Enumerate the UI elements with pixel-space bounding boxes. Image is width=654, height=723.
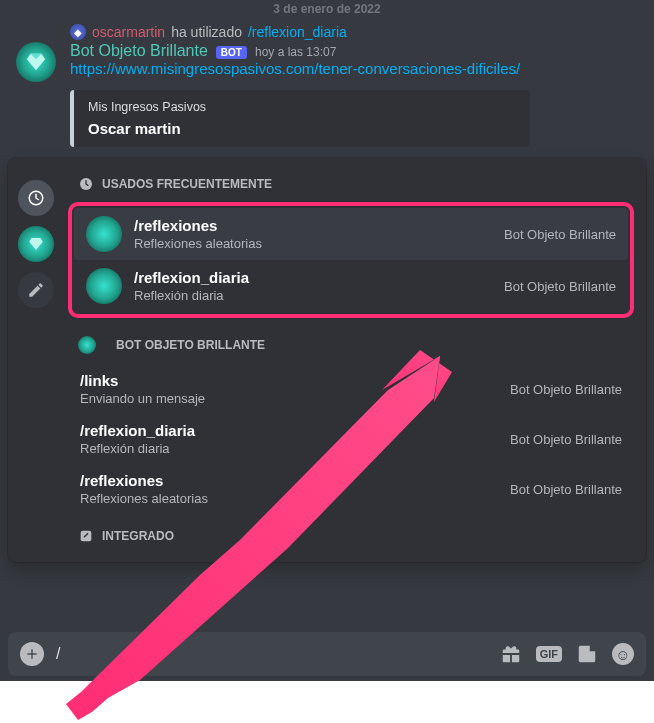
attach-button[interactable] bbox=[20, 642, 44, 666]
command-source: Bot Objeto Brillante bbox=[504, 227, 616, 242]
message-input-bar: / GIF ☺ bbox=[8, 632, 646, 676]
message: ◆ oscarmartin ha utilizado /reflexion_di… bbox=[0, 18, 654, 82]
pencil-icon bbox=[78, 528, 94, 544]
command-source: Bot Objeto Brillante bbox=[510, 382, 622, 397]
reply-username: oscarmartin bbox=[92, 24, 165, 40]
gem-icon bbox=[78, 336, 96, 354]
gem-icon bbox=[25, 51, 47, 73]
gem-icon bbox=[27, 235, 45, 253]
gift-icon bbox=[500, 643, 522, 665]
message-input[interactable]: / bbox=[56, 645, 488, 663]
section-header-frequent: USADOS FRECUENTEMENTE bbox=[68, 168, 634, 202]
section-header-bot: BOT OBJETO BRILLANTE bbox=[68, 322, 634, 364]
command-item-reflexiones[interactable]: /reflexiones Reflexiones aleatorias Bot … bbox=[74, 208, 628, 260]
command-source: Bot Objeto Brillante bbox=[510, 482, 622, 497]
command-item-links[interactable]: /links Enviando un mensaje Bot Objeto Br… bbox=[68, 364, 634, 414]
command-description: Reflexión diaria bbox=[80, 441, 500, 456]
clock-icon bbox=[78, 176, 94, 192]
reply-action-text: ha utilizado bbox=[171, 24, 242, 40]
section-header-label: INTEGRADO bbox=[102, 529, 174, 543]
bot-badge: BOT bbox=[216, 46, 247, 59]
gem-icon bbox=[86, 268, 122, 304]
sticker-icon bbox=[576, 643, 598, 665]
author-name[interactable]: Bot Objeto Brillante bbox=[70, 42, 208, 60]
smile-icon: ☺ bbox=[615, 646, 630, 663]
bot-avatar[interactable] bbox=[16, 42, 56, 82]
command-description: Reflexiones aleatorias bbox=[80, 491, 500, 506]
page-background bbox=[0, 681, 654, 723]
command-name: /reflexiones bbox=[134, 217, 494, 234]
command-description: Reflexión diaria bbox=[134, 288, 494, 303]
integrated-filter-button[interactable] bbox=[18, 272, 54, 308]
reply-reference[interactable]: ◆ oscarmartin ha utilizado /reflexion_di… bbox=[70, 24, 642, 40]
command-name: /reflexion_diaria bbox=[80, 422, 500, 439]
command-item-reflexiones-2[interactable]: /reflexiones Reflexiones aleatorias Bot … bbox=[68, 464, 634, 514]
section-header-label: USADOS FRECUENTEMENTE bbox=[102, 177, 272, 191]
gift-button[interactable] bbox=[500, 643, 522, 665]
command-source: Bot Objeto Brillante bbox=[510, 432, 622, 447]
sticker-button[interactable] bbox=[576, 643, 598, 665]
section-header-integrated: INTEGRADO bbox=[68, 514, 634, 554]
command-picker-panel: USADOS FRECUENTEMENTE /reflexiones Refle… bbox=[8, 158, 646, 562]
user-avatar-icon: ◆ bbox=[70, 24, 86, 40]
section-header-label: BOT OBJETO BRILLANTE bbox=[116, 338, 265, 352]
link-embed[interactable]: Mis Ingresos Pasivos Oscar martin bbox=[70, 90, 530, 147]
date-separator: 3 de enero de 2022 bbox=[0, 0, 654, 18]
command-name: /links bbox=[80, 372, 500, 389]
command-item-reflexion-diaria-2[interactable]: /reflexion_diaria Reflexión diaria Bot O… bbox=[68, 414, 634, 464]
bot-filter-button[interactable] bbox=[18, 226, 54, 262]
command-item-reflexion-diaria[interactable]: /reflexion_diaria Reflexión diaria Bot O… bbox=[74, 260, 628, 312]
command-name: /reflexiones bbox=[80, 472, 500, 489]
clock-icon bbox=[27, 189, 45, 207]
gif-button[interactable]: GIF bbox=[536, 646, 562, 662]
gem-icon bbox=[86, 216, 122, 252]
emoji-button[interactable]: ☺ bbox=[612, 643, 634, 665]
embed-title: Oscar martin bbox=[88, 120, 516, 137]
recent-filter-button[interactable] bbox=[18, 180, 54, 216]
plus-icon bbox=[24, 646, 40, 662]
reply-command: /reflexion_diaria bbox=[248, 24, 347, 40]
embed-site-name: Mis Ingresos Pasivos bbox=[88, 100, 516, 114]
command-description: Reflexiones aleatorias bbox=[134, 236, 494, 251]
message-timestamp: hoy a las 13:07 bbox=[255, 45, 336, 59]
command-name: /reflexion_diaria bbox=[134, 269, 494, 286]
pencil-icon bbox=[27, 281, 45, 299]
command-description: Enviando un mensaje bbox=[80, 391, 500, 406]
command-source: Bot Objeto Brillante bbox=[504, 279, 616, 294]
message-link[interactable]: https://www.misingresospasivos.com/tener… bbox=[70, 60, 520, 77]
highlighted-commands-group: /reflexiones Reflexiones aleatorias Bot … bbox=[68, 202, 634, 318]
